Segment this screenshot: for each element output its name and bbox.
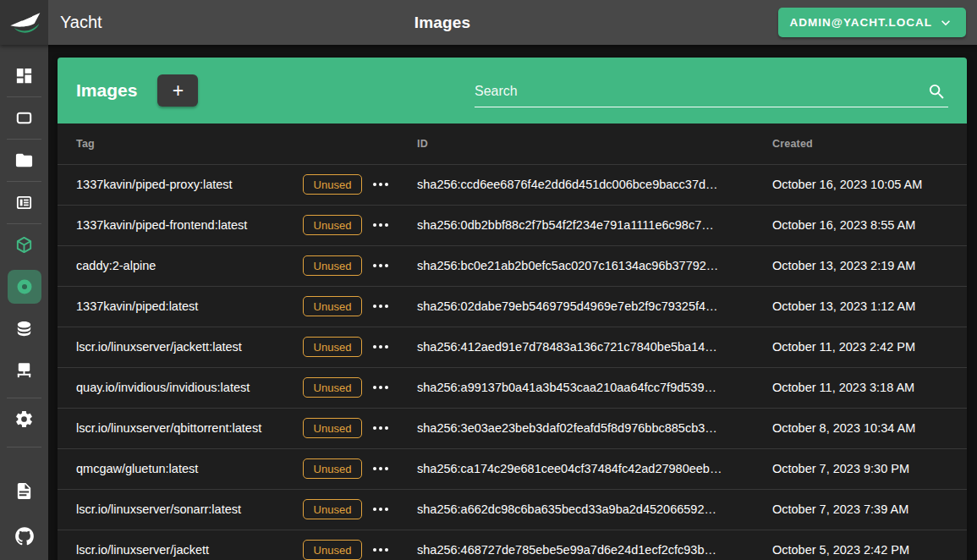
sidebar-item-applications[interactable] <box>0 97 48 139</box>
image-id: sha256:468727de785ebe5e99a7d6e24d1ecf2cf… <box>417 530 772 560</box>
row-menu-button[interactable] <box>370 502 392 516</box>
table-row[interactable]: lscr.io/linuxserver/qbittorrent:latest U… <box>58 408 967 448</box>
image-id: sha256:3e03ae23beb3daf02feafd5f8d976bbc8… <box>417 408 772 448</box>
menu-dot <box>385 508 388 511</box>
images-card: Images + Tag ID Created <box>58 58 967 560</box>
networks-icon <box>14 360 34 380</box>
app-title: Yacht <box>60 13 102 32</box>
sidebar-item-images-active[interactable] <box>8 270 41 304</box>
image-id: sha256:bc0e21ab2b0efc5ac0207c16134ac96b3… <box>417 245 772 286</box>
sidebar-item-templates[interactable] <box>0 182 48 223</box>
sidebar-item-apps[interactable] <box>0 224 48 266</box>
sidebar-item-docs[interactable] <box>0 470 48 512</box>
sidebar-item-networks[interactable] <box>0 349 48 391</box>
menu-dot <box>373 305 376 308</box>
image-tag: lscr.io/linuxserver/jackett:latest <box>76 340 303 354</box>
table-row[interactable]: lscr.io/linuxserver/sonarr:latest Unused… <box>58 489 967 530</box>
menu-dot <box>373 467 376 470</box>
menu-dot <box>373 548 376 552</box>
images-table-body: 1337kavin/piped-proxy:latest Unused sha2… <box>58 164 967 560</box>
menu-dot <box>373 426 376 430</box>
menu-dot <box>379 467 382 470</box>
menu-dot <box>379 305 382 308</box>
column-header-id: ID <box>417 124 772 164</box>
unused-badge: Unused <box>303 255 362 276</box>
menu-dot <box>379 183 382 186</box>
table-row[interactable]: 1337kavin/piped:latest Unused sha256:02d… <box>58 286 967 327</box>
row-menu-button[interactable] <box>370 299 392 313</box>
table-row[interactable]: lscr.io/linuxserver/jackett Unused sha25… <box>58 530 967 560</box>
table-row[interactable]: quay.io/invidious/invidious:latest Unuse… <box>58 367 967 408</box>
card-toolbar: Images + <box>58 58 967 124</box>
table-row[interactable]: caddy:2-alpine Unused sha256:bc0e21ab2b0… <box>58 245 967 286</box>
unused-badge: Unused <box>303 174 362 195</box>
menu-dot <box>385 548 388 552</box>
main-content: Images + Tag ID Created <box>58 58 967 560</box>
image-id: sha256:412aed91e7d78483a136c721c7840be5b… <box>417 327 772 367</box>
image-created: October 7, 2023 7:39 AM <box>772 489 967 530</box>
image-tag: qmcgaw/gluetun:latest <box>76 462 303 475</box>
search-input[interactable] <box>475 79 948 107</box>
sidebar-item-github[interactable] <box>0 515 48 557</box>
projects-cube-icon <box>14 235 34 255</box>
row-menu-button[interactable] <box>370 543 392 557</box>
sidebar-item-dashboard[interactable] <box>0 55 48 96</box>
row-menu-button[interactable] <box>370 421 392 435</box>
image-created: October 11, 2023 3:18 AM <box>772 367 967 408</box>
image-id: sha256:0db2bbf88c2f7b54f2f234e791a1111e6… <box>417 205 772 245</box>
image-tag: lscr.io/linuxserver/sonarr:latest <box>76 502 303 516</box>
image-id: sha256:ccd6ee6876f4e2dd6d451dc006bce9bac… <box>417 164 772 205</box>
image-created: October 16, 2023 8:55 AM <box>772 205 967 245</box>
unused-badge: Unused <box>303 458 362 479</box>
image-created: October 11, 2023 2:42 PM <box>772 327 967 367</box>
menu-dot <box>385 426 388 430</box>
row-menu-button[interactable] <box>370 462 392 475</box>
container-window-icon <box>14 108 34 128</box>
menu-dot <box>385 183 388 186</box>
sidebar-item-volumes[interactable] <box>0 308 48 349</box>
add-image-button[interactable]: + <box>157 74 198 107</box>
table-row[interactable]: 1337kavin/piped-frontend:latest Unused s… <box>58 205 967 245</box>
menu-dot <box>379 426 382 430</box>
menu-dot <box>379 264 382 267</box>
app-header: Yacht Images ADMIN@YACHT.LOCAL <box>0 0 977 45</box>
yacht-logo[interactable] <box>0 0 48 45</box>
page-title: Images <box>414 14 471 32</box>
menu-dot <box>385 467 388 470</box>
sidebar-item-projects[interactable] <box>0 140 48 181</box>
account-menu-button[interactable]: ADMIN@YACHT.LOCAL <box>778 8 966 37</box>
image-tag: 1337kavin/piped-proxy:latest <box>76 178 303 191</box>
unused-badge: Unused <box>303 377 362 398</box>
image-tag: lscr.io/linuxserver/qbittorrent:latest <box>76 421 303 435</box>
unused-badge: Unused <box>303 296 362 316</box>
image-created: October 16, 2023 10:05 AM <box>772 164 967 205</box>
row-menu-button[interactable] <box>370 381 392 394</box>
magnify-icon[interactable] <box>927 82 947 102</box>
row-menu-button[interactable] <box>370 178 392 191</box>
image-id: sha256:ca174c29e681cee04cf37484fc42ad279… <box>417 448 772 489</box>
settings-gear-icon <box>14 409 34 429</box>
image-created: October 7, 2023 9:30 PM <box>772 448 967 489</box>
table-row[interactable]: qmcgaw/gluetun:latest Unused sha256:ca17… <box>58 448 967 489</box>
menu-dot <box>379 345 382 349</box>
menu-dot <box>379 508 382 511</box>
menu-dot <box>379 548 382 552</box>
row-menu-button[interactable] <box>370 340 392 354</box>
card-title: Images <box>76 80 137 101</box>
sidebar-item-settings[interactable] <box>0 398 48 440</box>
unused-badge: Unused <box>303 337 362 357</box>
docs-file-icon <box>14 481 34 501</box>
menu-dot <box>373 264 376 267</box>
menu-dot <box>379 223 382 227</box>
image-created: October 13, 2023 2:19 AM <box>772 245 967 286</box>
images-record-icon <box>14 277 35 297</box>
table-row[interactable]: 1337kavin/piped-proxy:latest Unused sha2… <box>58 164 967 205</box>
menu-dot <box>385 305 388 308</box>
row-menu-button[interactable] <box>370 218 392 232</box>
row-menu-button[interactable] <box>370 259 392 272</box>
table-row[interactable]: lscr.io/linuxserver/jackett:latest Unuse… <box>58 327 967 367</box>
menu-dot <box>385 223 388 227</box>
image-id: sha256:02dabe79eb5469795d4969e7eb2f9c793… <box>417 286 772 327</box>
menu-dot <box>385 264 388 267</box>
unused-badge: Unused <box>303 418 362 438</box>
